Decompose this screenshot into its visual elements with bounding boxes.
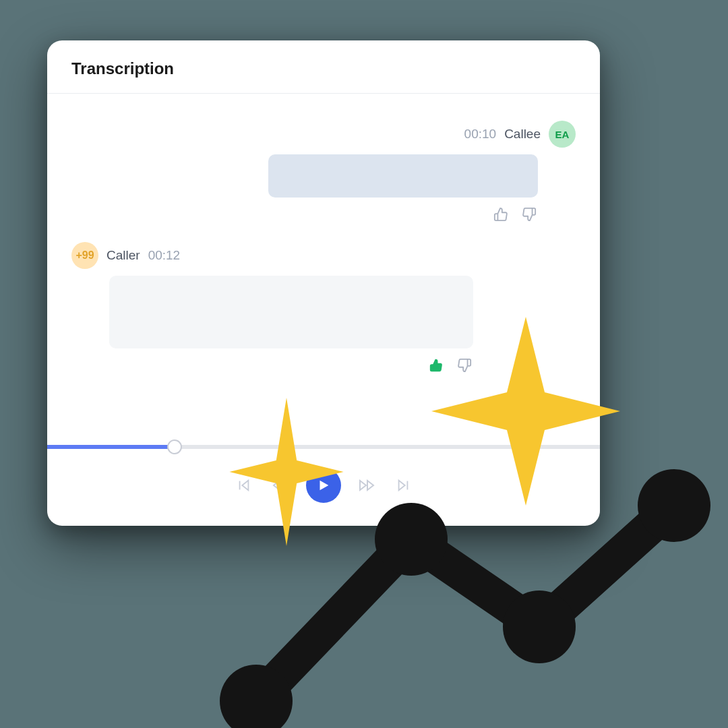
svg-marker-6 [360, 481, 366, 490]
thumbs-down-button[interactable] [520, 206, 538, 223]
message-meta: 00:10 Callee EA [71, 121, 576, 148]
skip-start-icon [237, 478, 251, 493]
message-meta: +99 Caller 00:12 [71, 242, 576, 269]
svg-marker-2 [274, 481, 280, 490]
thumbs-down-icon [457, 358, 472, 373]
fast-forward-icon [359, 477, 375, 493]
message-row-callee: 00:10 Callee EA [71, 121, 576, 223]
svg-marker-4 [320, 481, 329, 491]
audio-player [47, 445, 600, 526]
message-time: 00:12 [148, 248, 181, 263]
message-speaker: Caller [107, 248, 140, 263]
thumbs-up-button[interactable] [427, 357, 445, 374]
message-bubble [109, 276, 473, 348]
svg-marker-7 [399, 481, 405, 491]
skip-end-button[interactable] [392, 475, 414, 496]
message-row-caller: +99 Caller 00:12 [71, 242, 576, 374]
message-reactions [71, 206, 538, 223]
thumbs-down-icon [522, 207, 537, 222]
message-speaker: Callee [504, 127, 541, 142]
messages-list: 00:10 Callee EA +99 Caller 00:12 [47, 94, 600, 393]
svg-point-9 [220, 665, 293, 728]
avatar-caller: +99 [71, 242, 98, 269]
svg-marker-0 [242, 481, 248, 491]
thumbs-up-icon [493, 207, 508, 222]
svg-marker-3 [281, 481, 287, 490]
message-bubble [268, 154, 538, 198]
card-title: Transcription [71, 59, 576, 78]
svg-marker-5 [367, 481, 373, 490]
card-header: Transcription [47, 40, 600, 94]
message-time: 00:10 [464, 127, 497, 142]
message-reactions [71, 357, 473, 374]
play-button[interactable] [306, 468, 341, 503]
svg-point-12 [638, 469, 710, 542]
progress-fill [47, 445, 175, 449]
player-controls [47, 468, 600, 503]
svg-point-11 [503, 590, 576, 663]
avatar-callee: EA [549, 121, 576, 148]
thumbs-up-icon [429, 359, 443, 372]
progress-track[interactable] [47, 445, 600, 449]
fast-forward-button[interactable] [356, 475, 377, 496]
transcription-card: Transcription 00:10 Callee EA +99 [47, 40, 600, 526]
thumbs-up-button[interactable] [492, 206, 510, 223]
play-icon [316, 478, 331, 493]
thumbs-down-button[interactable] [456, 357, 473, 374]
rewind-button[interactable] [270, 475, 291, 496]
progress-knob[interactable] [167, 439, 182, 454]
skip-start-button[interactable] [233, 475, 255, 496]
rewind-icon [272, 477, 289, 493]
skip-end-icon [396, 478, 411, 493]
